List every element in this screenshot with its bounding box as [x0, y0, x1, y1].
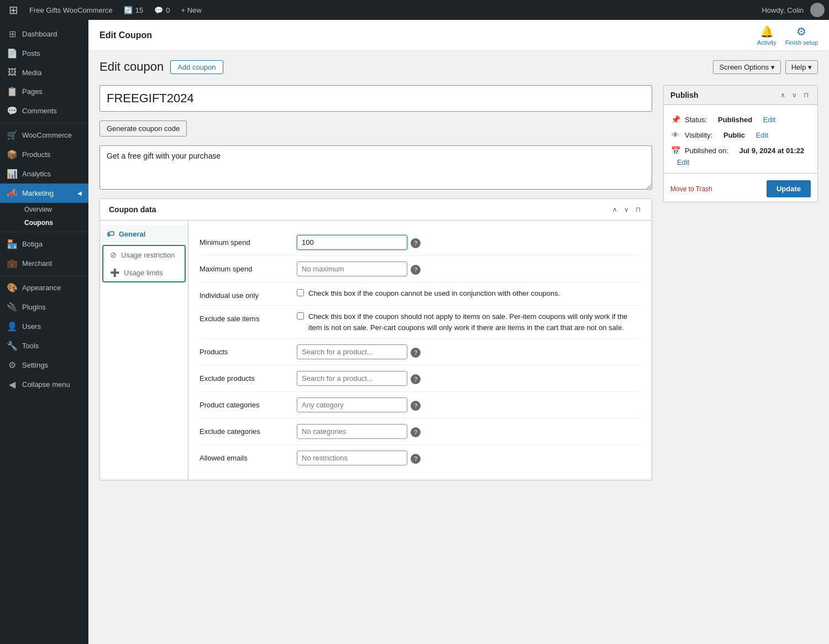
- publish-visibility-row: 👁 Visibility: Public Edit: [670, 127, 811, 143]
- publish-toggle[interactable]: ⊓: [801, 90, 811, 100]
- publish-collapse-down[interactable]: ∨: [790, 90, 799, 100]
- site-name-item[interactable]: Free Gifts WooCommerce: [25, 0, 117, 20]
- move-to-trash-link[interactable]: Move to Trash: [670, 185, 712, 193]
- sidebar-item-products[interactable]: 📦 Products: [0, 145, 88, 164]
- screen-options-label: Screen Options: [719, 63, 769, 71]
- tab-general[interactable]: 🏷 General: [100, 225, 188, 243]
- coupon-data-panel: Coupon data ∧ ∨ ⊓ 🏷 General: [99, 198, 652, 480]
- tab-usage-limits-label: Usage limits: [124, 269, 163, 277]
- exclude-sale-label: Exclude sale items: [200, 311, 288, 323]
- products-icon: 📦: [7, 149, 18, 160]
- tab-usage-restriction[interactable]: ⊘ Usage restriction: [103, 246, 185, 264]
- sidebar-item-dashboard[interactable]: ⊞ Dashboard: [0, 24, 88, 44]
- minimum-spend-help-icon[interactable]: ?: [411, 238, 421, 248]
- update-button[interactable]: Update: [767, 180, 811, 197]
- maximum-spend-help-icon[interactable]: ?: [411, 265, 421, 275]
- exclude-sale-desc: Check this box if the coupon should not …: [308, 311, 641, 333]
- product-categories-help-icon[interactable]: ?: [411, 401, 421, 411]
- sidebar-item-analytics[interactable]: 📊 Analytics: [0, 164, 88, 184]
- exclude-sale-control: Check this box if the coupon should not …: [297, 311, 641, 333]
- marketing-arrow-icon: ◀: [77, 190, 82, 196]
- panel-collapse-up[interactable]: ∧: [610, 205, 620, 214]
- exclude-products-help-icon[interactable]: ?: [411, 374, 421, 384]
- publish-collapse-up[interactable]: ∧: [778, 90, 788, 100]
- new-item[interactable]: + New: [176, 0, 206, 20]
- sidebar-item-posts[interactable]: 📄 Posts: [0, 44, 88, 63]
- product-categories-input[interactable]: [297, 397, 407, 412]
- sidebar-label-coupons: Coupons: [24, 219, 53, 227]
- top-header-actions: 🔔 Activity ⚙ Finish setup: [757, 25, 818, 46]
- allowed-emails-label: Allowed emails: [200, 451, 288, 462]
- new-label: + New: [181, 6, 201, 14]
- sidebar-label-plugins: Plugins: [22, 303, 46, 311]
- marketing-icon: 📣: [7, 188, 18, 198]
- products-control: ?: [297, 344, 641, 359]
- sidebar: ⊞ Dashboard 📄 Posts 🖼 Media 📋 Pages 💬 Co…: [0, 20, 88, 644]
- analytics-icon: 📊: [7, 169, 18, 179]
- screen-options-button[interactable]: Screen Options ▾: [713, 60, 780, 74]
- sidebar-item-media[interactable]: 🖼 Media: [0, 63, 88, 82]
- sidebar-item-merchant[interactable]: 💼 Merchant: [0, 254, 88, 273]
- tab-usage-limits[interactable]: ➕ Usage limits: [103, 264, 185, 281]
- finish-setup-button[interactable]: ⚙ Finish setup: [785, 25, 818, 46]
- products-help-icon[interactable]: ?: [411, 348, 421, 358]
- exclude-categories-control: ?: [297, 424, 641, 439]
- exclude-categories-help-icon[interactable]: ?: [411, 427, 421, 437]
- generate-coupon-button[interactable]: Generate coupon code: [99, 121, 187, 137]
- sidebar-item-overview[interactable]: Overview: [9, 203, 88, 216]
- coupon-code-input[interactable]: [99, 85, 652, 112]
- comments-icon: 💬: [154, 6, 163, 14]
- calendar-icon: 📅: [670, 146, 680, 155]
- allowed-emails-input[interactable]: [297, 451, 407, 465]
- visibility-edit-link[interactable]: Edit: [756, 131, 768, 139]
- exclude-sale-checkbox[interactable]: [297, 312, 304, 320]
- help-button[interactable]: Help ▾: [785, 60, 818, 74]
- visibility-label: Visibility:: [685, 131, 712, 139]
- individual-use-control: Check this box if the coupon cannot be u…: [297, 288, 641, 299]
- publish-status-row: 📌 Status: Published Edit: [670, 112, 811, 127]
- sidebar-item-tools[interactable]: 🔧 Tools: [0, 336, 88, 355]
- sidebar-item-pages[interactable]: 📋 Pages: [0, 82, 88, 101]
- sidebar-item-woocommerce[interactable]: 🛒 WooCommerce: [0, 125, 88, 145]
- add-coupon-button[interactable]: Add coupon: [170, 60, 223, 74]
- marketing-submenu: Overview Coupons: [0, 203, 88, 229]
- sidebar-label-botiga: Botiga: [22, 240, 43, 248]
- collapse-icon: ◀: [7, 379, 18, 390]
- exclude-categories-input[interactable]: [297, 424, 407, 439]
- sidebar-item-coupons[interactable]: Coupons: [9, 216, 88, 229]
- status-edit-link[interactable]: Edit: [763, 116, 775, 124]
- sidebar-label-comments: Comments: [22, 107, 57, 115]
- minimum-spend-input[interactable]: [297, 235, 407, 250]
- admin-bar: ⊞ Free Gifts WooCommerce 🔄 15 💬 0 + New …: [0, 0, 829, 20]
- updates-item[interactable]: 🔄 15: [119, 0, 148, 20]
- allowed-emails-help-icon[interactable]: ?: [411, 454, 421, 464]
- sidebar-item-collapse[interactable]: ◀ Collapse menu: [0, 375, 88, 394]
- panel-toggle[interactable]: ⊓: [633, 205, 643, 214]
- right-column: Publish ∧ ∨ ⊓ 📌 Status: Published: [663, 85, 818, 633]
- individual-use-desc: Check this box if the coupon cannot be u…: [308, 288, 560, 299]
- panel-collapse-down[interactable]: ∨: [622, 205, 631, 214]
- maximum-spend-input[interactable]: [297, 261, 407, 276]
- activity-label: Activity: [757, 39, 776, 46]
- woocommerce-icon: 🛒: [7, 130, 18, 140]
- sidebar-item-comments[interactable]: 💬 Comments: [0, 101, 88, 121]
- sidebar-item-settings[interactable]: ⚙ Settings: [0, 355, 88, 375]
- activity-button[interactable]: 🔔 Activity: [757, 25, 776, 46]
- coupon-description-textarea[interactable]: Get a free gift with your purchase: [99, 145, 652, 190]
- sidebar-item-marketing[interactable]: 📣 Marketing ◀: [0, 184, 88, 203]
- individual-use-checkbox[interactable]: [297, 289, 304, 296]
- products-search-input[interactable]: [297, 344, 407, 359]
- sidebar-item-users[interactable]: 👤 Users: [0, 317, 88, 336]
- comments-item[interactable]: 💬 0: [150, 0, 174, 20]
- exclude-products-search-input[interactable]: [297, 371, 407, 386]
- sidebar-item-appearance[interactable]: 🎨 Appearance: [0, 278, 88, 297]
- published-date-edit-link[interactable]: Edit: [677, 158, 689, 166]
- sidebar-item-botiga[interactable]: 🏪 Botiga: [0, 234, 88, 254]
- sidebar-label-overview: Overview: [24, 206, 52, 213]
- sidebar-item-plugins[interactable]: 🔌 Plugins: [0, 297, 88, 317]
- media-icon: 🖼: [7, 67, 18, 77]
- coupon-tab-nav: 🏷 General ⊘ Usage restriction ➕: [100, 221, 188, 480]
- wp-logo-item[interactable]: ⊞: [4, 0, 23, 20]
- settings-icon: ⚙: [7, 360, 18, 370]
- screen-options-chevron-icon: ▾: [771, 63, 775, 71]
